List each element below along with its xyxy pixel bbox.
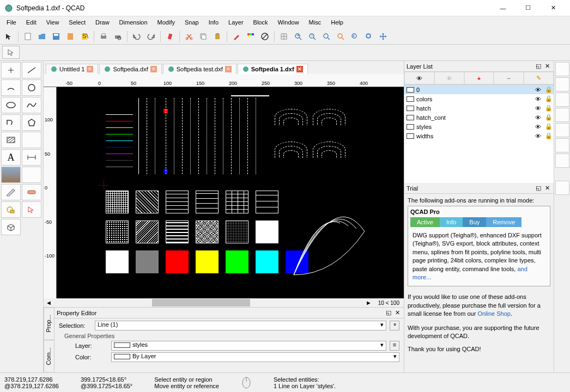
undock-icon[interactable]: ◱ <box>384 309 393 317</box>
undock-icon[interactable]: ◱ <box>534 62 543 71</box>
zoom-selection-icon[interactable] <box>334 30 347 43</box>
menu-modify[interactable]: Modify <box>153 18 179 27</box>
layer-list[interactable]: 0👁🔒 colors👁🔒 hatch👁🔒 hatch_cont👁🔒 styles… <box>404 85 554 183</box>
layer-edit-icon[interactable]: ✎ <box>524 72 554 84</box>
ellipse-tool[interactable] <box>1 97 21 113</box>
dimension-tool[interactable] <box>22 149 41 166</box>
no-entry-icon[interactable] <box>258 30 271 43</box>
prop-tab-command[interactable]: Com... <box>44 340 54 373</box>
pan-icon[interactable] <box>377 30 390 43</box>
eye-icon[interactable]: 👁 <box>535 124 543 130</box>
layer-show-all-icon[interactable]: 👁 <box>404 72 434 84</box>
menu-help[interactable]: Help <box>326 18 348 27</box>
select-tool[interactable] <box>22 201 41 218</box>
tab-close-icon[interactable]: ✕ <box>296 66 303 72</box>
hatch-tool[interactable] <box>1 132 21 148</box>
cut-icon[interactable] <box>183 30 196 43</box>
zoom-window-icon[interactable] <box>362 30 375 43</box>
fr-btn-6[interactable] <box>555 138 569 152</box>
menu-select[interactable]: Select <box>64 18 90 27</box>
eraser-tool[interactable] <box>22 184 41 200</box>
eye-icon[interactable]: 👁 <box>535 96 543 102</box>
blank-tool-1[interactable] <box>22 132 41 148</box>
menu-info[interactable]: Info <box>204 18 223 27</box>
zoom-out-icon[interactable]: − <box>306 30 319 43</box>
menu-view[interactable]: View <box>42 18 64 27</box>
tab-softpedia-1[interactable]: Softpedia 1.dxf✕ <box>238 64 308 74</box>
menu-misc[interactable]: Misc <box>305 18 326 27</box>
online-shop-link[interactable]: Online Shop <box>477 310 511 317</box>
eye-icon[interactable]: 👁 <box>535 133 543 139</box>
tab-close-icon[interactable]: ✕ <box>225 66 232 72</box>
menu-edit[interactable]: Edit <box>22 18 41 27</box>
layer-row[interactable]: colors👁🔒 <box>404 94 554 103</box>
fr-btn-2[interactable] <box>555 77 569 91</box>
filter-btn[interactable]: ⚬ <box>390 321 399 330</box>
polygon-tool[interactable] <box>22 114 41 131</box>
color-dropdown[interactable]: By Layer▾ <box>111 352 399 362</box>
maximize-button[interactable]: ☐ <box>516 0 541 16</box>
lock-icon[interactable]: 🔒 <box>545 123 551 130</box>
undo-icon[interactable] <box>130 30 143 43</box>
circle-tool[interactable] <box>22 79 41 96</box>
blank-tool-2[interactable] <box>22 167 41 183</box>
lock-icon[interactable]: 🔒 <box>545 95 551 102</box>
tab-softpedia-test[interactable]: Softpedia test.dxf✕ <box>163 64 237 74</box>
tab-softpedia[interactable]: Softpedia.dxf✕ <box>99 64 161 74</box>
layer-hide-all-icon[interactable]: 👁 <box>434 72 464 84</box>
layer-row[interactable]: hatch_cont👁🔒 <box>404 113 554 122</box>
trial-tab-info[interactable]: Info <box>440 217 463 227</box>
fr-btn-1[interactable] <box>555 62 569 76</box>
new-file-icon[interactable] <box>21 30 34 43</box>
zoom-in-icon[interactable]: + <box>292 30 305 43</box>
tab-untitled[interactable]: Untitled 1✕ <box>46 64 98 74</box>
save-pdf-icon[interactable] <box>64 30 77 43</box>
arc-tool[interactable] <box>1 79 21 96</box>
open-file-icon[interactable] <box>35 30 48 43</box>
trial-tab-remove[interactable]: Remove <box>486 217 522 227</box>
lock-icon[interactable]: 🔒 <box>545 132 551 139</box>
image-tool[interactable] <box>1 167 21 183</box>
save-svg-icon[interactable]: SVG <box>78 30 91 43</box>
layer-row[interactable]: widths👁🔒 <box>404 131 554 140</box>
menu-dimension[interactable]: Dimension <box>115 18 152 27</box>
minimize-button[interactable]: — <box>490 0 516 16</box>
menu-window[interactable]: Window <box>273 18 303 27</box>
paste-icon[interactable] <box>211 30 224 43</box>
menu-file[interactable]: File <box>2 18 21 27</box>
layer-row[interactable]: hatch👁🔒 <box>404 103 554 113</box>
lock-icon[interactable]: 🔒 <box>545 86 551 93</box>
eye-icon[interactable]: 👁 <box>535 87 543 93</box>
layer-menu-btn[interactable]: ≡ <box>390 341 399 351</box>
pen-icon[interactable] <box>230 30 243 43</box>
save-icon[interactable] <box>50 30 63 43</box>
polyline-tool[interactable] <box>1 114 21 131</box>
prop-tab-properties[interactable]: Prop... <box>44 308 54 340</box>
layer-row[interactable]: styles👁🔒 <box>404 122 554 131</box>
print-preview-icon[interactable] <box>111 30 124 43</box>
zoom-fit-icon[interactable] <box>320 30 333 43</box>
3d-tool[interactable] <box>1 219 21 235</box>
layer-dropdown[interactable]: styles▾ <box>111 341 386 351</box>
close-button[interactable]: ✕ <box>541 0 566 16</box>
print-icon[interactable] <box>97 30 110 43</box>
fr-btn-8[interactable] <box>555 181 569 195</box>
drawing-canvas[interactable] <box>57 87 404 298</box>
context-pointer[interactable] <box>2 46 20 59</box>
trial-tab-active[interactable]: Active <box>410 217 440 227</box>
pointer-tool[interactable] <box>2 30 15 43</box>
line-tool[interactable] <box>22 62 41 78</box>
layer-remove-icon[interactable]: − <box>494 72 524 84</box>
menu-snap[interactable]: Snap <box>180 18 203 27</box>
block-tool[interactable] <box>1 201 21 218</box>
scrollbar-horizontal[interactable]: ◄ ► 10 < 100 <box>44 298 404 307</box>
close-panel-icon[interactable]: ✕ <box>393 309 402 317</box>
redo-icon[interactable] <box>144 30 157 43</box>
layer-add-icon[interactable]: + <box>464 72 494 84</box>
menu-draw[interactable]: Draw <box>91 18 114 27</box>
eye-icon[interactable]: 👁 <box>535 114 543 121</box>
tab-close-icon[interactable]: ✕ <box>150 66 157 72</box>
menu-block[interactable]: Block <box>249 18 272 27</box>
tab-close-icon[interactable]: ✕ <box>87 66 93 72</box>
lock-icon[interactable]: 🔒 <box>545 105 551 112</box>
